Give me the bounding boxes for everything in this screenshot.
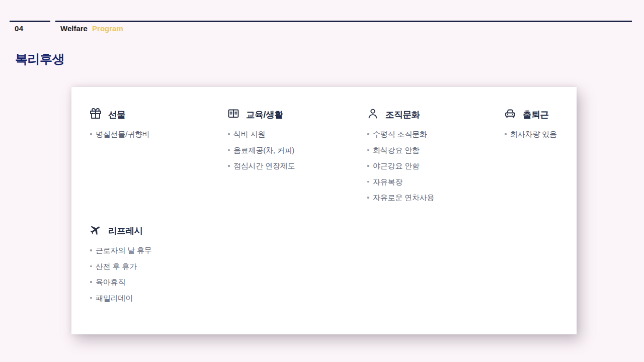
bullet-dot [228,149,230,151]
bullet-dot [367,165,369,167]
header-title-primary: Welfare [60,24,88,33]
benefits-card: 선물 명절선물/귀향비 교육/생활 [71,87,577,334]
section-gift-header: 선물 [90,108,150,121]
page-title: 복리후생 [15,51,64,67]
header-title-secondary: Program [92,24,123,33]
section-refresh-items: 근로자의 날 휴무 산전 후 휴가 육아휴직 패밀리데이 [96,242,152,306]
bullet-dot [228,165,230,167]
header-short-rule [10,21,50,22]
bullet-dot [228,133,230,135]
list-item: 식비 지원 [233,126,295,142]
list-item: 음료제공(차, 커피) [233,142,295,158]
section-refresh-label: 리프레시 [108,225,143,237]
bullet-dot [90,297,92,299]
bullet-dot [90,133,92,135]
list-item-text: 식비 지원 [233,130,265,138]
section-gift-label: 선물 [108,109,125,121]
section-refresh-header: 리프레시 [90,224,152,237]
section-gift: 선물 명절선물/귀향비 [90,108,150,142]
section-education-header: 교육/생활 [227,108,295,121]
list-item: 자유복장 [373,174,434,190]
section-commute-header: 출퇴근 [504,108,557,121]
list-item: 자유로운 연차사용 [373,190,434,206]
open-book-icon [227,108,239,122]
section-education: 교육/생활 식비 지원 음료제공(차, 커피) 점심시간 연장제도 [227,108,295,174]
list-item-text: 육아휴직 [96,278,125,286]
bullet-dot [90,281,92,283]
airplane-icon [90,224,102,238]
bullet-dot [505,133,507,135]
list-item-text: 야근강요 안함 [373,161,420,170]
list-item: 점심시간 연장제도 [233,158,295,174]
list-item: 명절선물/귀향비 [96,126,150,142]
header-title: Welfare Program [60,24,123,33]
section-culture-label: 조직문화 [385,109,420,121]
section-number: 04 [15,24,24,33]
section-commute: 출퇴근 회사차량 있음 [504,108,557,142]
list-item-text: 수평적 조직문화 [373,130,427,138]
list-item: 패밀리데이 [96,290,152,306]
section-education-items: 식비 지원 음료제공(차, 커피) 점심시간 연장제도 [233,126,295,174]
bullet-dot [90,265,92,267]
person-icon [367,108,379,122]
bullet-dot [367,181,369,183]
section-gift-items: 명절선물/귀향비 [96,126,150,142]
list-item: 수평적 조직문화 [373,126,434,142]
car-icon [504,108,516,122]
bullet-dot [90,249,92,251]
slide: 04 Welfare Program 복리후생 선물 [0,0,644,362]
gift-icon [90,108,102,122]
list-item-text: 회식강요 안함 [373,146,420,154]
list-item-text: 회사차량 있음 [510,130,557,138]
list-item-text: 음료제공(차, 커피) [233,146,294,154]
header-long-rule [55,21,632,22]
list-item: 육아휴직 [96,274,152,290]
bullet-dot [367,149,369,151]
list-item-text: 자유복장 [373,177,403,186]
list-item: 근로자의 날 휴무 [96,242,152,258]
section-culture-header: 조직문화 [367,108,434,121]
list-item-text: 산전 후 휴가 [96,262,137,270]
section-culture-items: 수평적 조직문화 회식강요 안함 야근강요 안함 자유복장 자유로운 연차사용 [373,126,434,206]
list-item-text: 명절선물/귀향비 [96,130,150,138]
list-item: 회식강요 안함 [373,142,434,158]
list-item-text: 근로자의 날 휴무 [96,246,152,254]
section-refresh: 리프레시 근로자의 날 휴무 산전 후 휴가 육아휴직 패밀리데이 [90,224,152,306]
list-item: 회사차량 있음 [510,126,557,142]
list-item: 야근강요 안함 [373,158,434,174]
section-education-label: 교육/생활 [246,109,283,121]
list-item-text: 패밀리데이 [96,294,133,302]
section-commute-label: 출퇴근 [523,109,549,121]
section-commute-items: 회사차량 있음 [510,126,557,142]
list-item-text: 자유로운 연차사용 [373,193,434,202]
list-item-text: 점심시간 연장제도 [233,161,295,170]
list-item: 산전 후 휴가 [96,258,152,275]
section-culture: 조직문화 수평적 조직문화 회식강요 안함 야근강요 안함 자유복장 자유로운 … [367,108,434,206]
bullet-dot [367,197,369,199]
bullet-dot [367,133,369,135]
